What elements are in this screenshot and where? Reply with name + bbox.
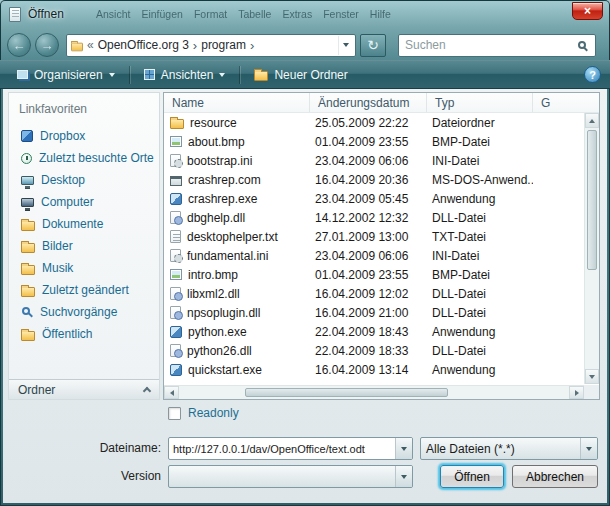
sidebar-item[interactable]: Suchvorgänge — [9, 301, 159, 323]
column-header-type[interactable]: Typ — [427, 93, 533, 112]
filename-input[interactable] — [169, 443, 395, 455]
new-folder-button[interactable]: Neuer Ordner — [246, 64, 355, 86]
address-history-dropdown[interactable] — [338, 36, 352, 55]
chevron-down-icon — [401, 475, 407, 479]
sidebar-item-label: Dokumente — [42, 217, 103, 231]
version-dropdown-button[interactable] — [395, 466, 412, 487]
exe-icon — [170, 326, 182, 338]
filename-dropdown-button[interactable] — [395, 438, 412, 459]
horizontal-scroll-track[interactable] — [179, 386, 569, 399]
filetype-dropdown-button[interactable] — [580, 438, 597, 459]
chevron-down-icon — [343, 43, 349, 47]
scroll-left-button[interactable] — [164, 386, 179, 399]
breadcrumb-segment[interactable]: OpenOffice.org 3 — [97, 38, 190, 52]
breadcrumb-segment[interactable]: program — [200, 38, 247, 52]
forward-button[interactable]: → — [35, 33, 59, 57]
table-row[interactable]: python.exe 22.04.2009 18:43 Anwendung — [164, 322, 599, 341]
file-name: python.exe — [188, 325, 247, 339]
column-header-size[interactable]: G — [533, 93, 599, 112]
breadcrumb-separator-icon: › — [193, 38, 197, 53]
filename-label: Dateiname: — [3, 441, 161, 455]
file-type: MS-DOS-Anwend... — [427, 173, 533, 187]
table-row[interactable]: python26.dll 22.04.2009 18:33 DLL-Datei — [164, 341, 599, 360]
file-type: Anwendung — [427, 192, 533, 206]
file-date: 27.01.2009 13:00 — [310, 230, 427, 244]
sidebar-item-label: Zuletzt geändert — [42, 283, 129, 297]
table-row[interactable]: intro.bmp 01.04.2009 23:55 BMP-Datei — [164, 265, 599, 284]
sidebar-item[interactable]: Computer — [9, 191, 159, 213]
sidebar-item-label: Zuletzt besuchte Orte — [39, 151, 154, 165]
background-menu-item: Tabelle — [238, 8, 271, 20]
sidebar-item-label: Öffentlich — [42, 327, 92, 341]
filename-combobox — [168, 437, 413, 460]
organize-button[interactable]: Organisieren — [9, 64, 123, 86]
command-toolbar: Organisieren Ansichten Neuer Ordner ? — [0, 60, 610, 89]
table-row[interactable]: about.bmp 01.04.2009 23:55 BMP-Datei — [164, 132, 599, 151]
sidebar-item[interactable]: Bilder — [9, 235, 159, 257]
sidebar-item[interactable]: Zuletzt geändert — [9, 279, 159, 301]
folders-expander[interactable]: Ordner — [9, 379, 159, 399]
desktop-icon — [21, 176, 34, 185]
search-icon[interactable] — [578, 41, 586, 49]
file-type: INI-Datei — [427, 249, 533, 263]
help-button[interactable]: ? — [584, 66, 601, 83]
scroll-up-button[interactable] — [585, 113, 599, 128]
folders-label: Ordner — [18, 383, 55, 397]
scroll-right-button[interactable] — [569, 386, 584, 399]
close-button[interactable]: × — [572, 2, 603, 20]
sidebar-item[interactable]: Musik — [9, 257, 159, 279]
filetype-select[interactable]: Alle Dateien (*.*) — [420, 437, 598, 460]
sidebar-item[interactable]: Dropbox — [9, 125, 159, 147]
table-row[interactable]: bootstrap.ini 23.04.2009 06:06 INI-Datei — [164, 151, 599, 170]
sidebar-header: Linkfavoriten — [9, 93, 159, 125]
dropbox-icon — [21, 130, 33, 142]
table-row[interactable]: libxml2.dll 16.04.2009 12:02 DLL-Datei — [164, 284, 599, 303]
background-menu-item: Ansicht — [96, 8, 130, 20]
back-button[interactable]: ← — [7, 33, 31, 57]
horizontal-scroll-thumb[interactable] — [245, 388, 448, 397]
table-row[interactable]: npsoplugin.dll 16.04.2009 21:00 DLL-Date… — [164, 303, 599, 322]
version-select[interactable] — [168, 465, 413, 488]
close-icon: × — [584, 4, 591, 18]
ini-icon — [170, 249, 181, 262]
background-menu-item: Einfügen — [141, 8, 182, 20]
file-date: 14.12.2002 12:32 — [310, 211, 427, 225]
scroll-down-button[interactable] — [585, 369, 599, 384]
scrollbar-corner — [584, 385, 599, 399]
chevron-up-icon — [143, 387, 151, 395]
sidebar-item[interactable]: Zuletzt besuchte Orte — [9, 147, 159, 169]
forward-arrow-icon: → — [41, 38, 54, 53]
column-header-date[interactable]: Änderungsdatum — [310, 93, 427, 112]
column-header-name[interactable]: Name — [164, 93, 310, 112]
table-row[interactable]: dbghelp.dll 14.12.2002 12:32 DLL-Datei — [164, 208, 599, 227]
file-type: BMP-Datei — [427, 135, 533, 149]
vertical-scroll-thumb[interactable] — [587, 130, 597, 270]
table-row[interactable]: crashrep.exe 23.04.2009 05:45 Anwendung — [164, 189, 599, 208]
readonly-checkbox[interactable] — [168, 407, 181, 420]
horizontal-scrollbar[interactable] — [164, 385, 584, 399]
vertical-scrollbar[interactable] — [584, 113, 599, 384]
breadcrumb[interactable]: « OpenOffice.org 3 › program › — [66, 34, 356, 57]
open-button[interactable]: Öffnen — [440, 465, 504, 488]
vertical-scroll-track[interactable] — [585, 128, 599, 369]
file-type: Anwendung — [427, 325, 533, 339]
cancel-button[interactable]: Abbrechen — [512, 465, 598, 488]
views-button[interactable]: Ansichten — [136, 64, 234, 86]
triangle-up-icon — [589, 119, 595, 123]
bmp-icon — [170, 269, 182, 280]
sidebar-item[interactable]: Desktop — [9, 169, 159, 191]
sidebar-item[interactable]: Dokumente — [9, 213, 159, 235]
table-row[interactable]: resource 25.05.2009 22:22 Dateiordner — [164, 113, 599, 132]
exe-icon — [170, 193, 182, 205]
table-row[interactable]: desktophelper.txt 27.01.2009 13:00 TXT-D… — [164, 227, 599, 246]
breadcrumb-collapsed-chevrons[interactable]: « — [87, 38, 94, 52]
sidebar-item[interactable]: Öffentlich — [9, 323, 159, 345]
table-row[interactable]: crashrep.com 16.04.2009 20:36 MS-DOS-Anw… — [164, 170, 599, 189]
folder-icon — [21, 243, 35, 253]
refresh-button[interactable]: ↻ — [360, 34, 386, 57]
dialog-icon — [9, 7, 21, 22]
sidebar-item-label: Bilder — [42, 239, 73, 253]
table-row[interactable]: quickstart.exe 16.04.2009 13:14 Anwendun… — [164, 360, 599, 379]
search-input[interactable] — [405, 38, 578, 52]
table-row[interactable]: fundamental.ini 23.04.2009 06:06 INI-Dat… — [164, 246, 599, 265]
